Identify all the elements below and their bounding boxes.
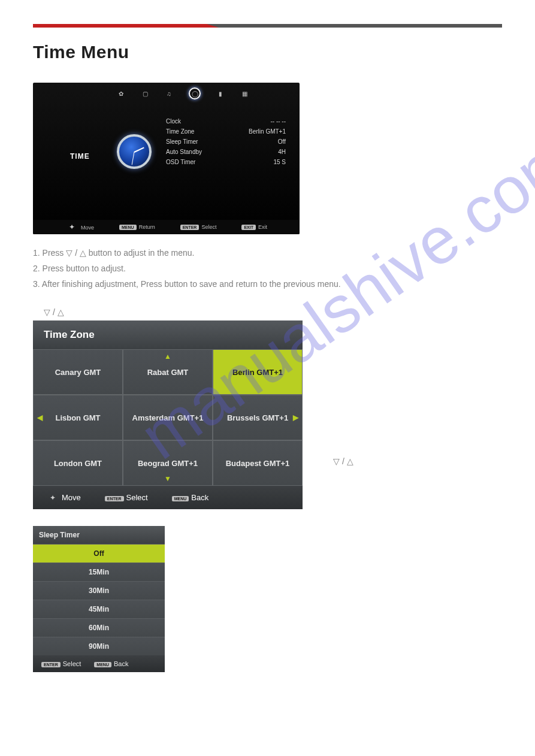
tz-cell-rabat: ▲Rabat GMT [123, 349, 213, 395]
monitor-icon: ▢ [141, 89, 149, 98]
sleep-option-60: 60Min [33, 618, 165, 637]
osd-footer: Move MENUReturn ENTERSelect EXITExit [33, 220, 300, 234]
arrows-note: ▽ / △ [44, 307, 502, 317]
clock-illustration [117, 134, 152, 169]
osd-tab-bar: ✿ ▢ ♫ ◯ ▮ ▦ [117, 87, 249, 99]
tz-cell-amsterdam: Amsterdam GMT+1 [123, 395, 213, 440]
header-rule [33, 24, 502, 28]
instructions-block: 1. Press ▽ / △ button to adjust in the m… [33, 245, 502, 292]
sleep-option-90: 90Min [33, 637, 165, 655]
row-auto-standby: Auto Standby4H [166, 147, 286, 157]
row-timezone: Time ZoneBerlin GMT+1 [166, 126, 286, 137]
sleep-hint-back: MENUBack [94, 660, 128, 667]
sleep-option-off: Off [33, 544, 165, 563]
move-icon [50, 493, 58, 501]
sleep-timer-title: Sleep Timer [33, 526, 165, 544]
triangle-left-icon: ◀ [37, 413, 43, 422]
page-title: Time Menu [33, 42, 502, 62]
side-arrows-note: ▽ / △ [333, 456, 353, 466]
lock-icon: ▮ [216, 89, 225, 98]
instruction-2: 2. Press button to adjust. [33, 261, 502, 276]
move-icon [69, 223, 77, 231]
clock-icon: ◯ [189, 87, 201, 99]
sleep-option-45: 45Min [33, 600, 165, 618]
tz-cell-berlin-selected: Berlin GMT+1 [213, 349, 303, 395]
hint-move: Move [69, 223, 94, 231]
time-side-label: TIME [70, 152, 90, 161]
triangle-right-icon: ▶ [293, 413, 298, 422]
tz-cell-london: London GMT [33, 440, 123, 486]
triangle-down-icon: ▼ [164, 474, 171, 483]
note-icon: ♫ [165, 89, 173, 98]
sleep-option-30: 30Min [33, 581, 165, 600]
sleep-footer: ENTERSelect MENUBack [33, 655, 165, 672]
sleep-option-15: 15Min [33, 563, 165, 581]
row-sleep-timer: Sleep TimerOff [166, 137, 286, 147]
row-osd-timer: OSD Timer15 S [166, 157, 286, 167]
sleep-timer-screenshot: Sleep Timer Off 15Min 30Min 45Min 60Min … [33, 526, 165, 672]
instruction-1: 1. Press ▽ / △ button to adjust in the m… [33, 245, 502, 261]
timezone-footer: Move ENTERSelect MENUBack [33, 486, 303, 509]
tz-cell-canary: Canary GMT [33, 349, 123, 395]
tz-cell-beograd: Beograd GMT+1▼ [123, 440, 213, 486]
sleep-hint-select: ENTERSelect [41, 660, 81, 667]
hint-return: MENUReturn [119, 224, 155, 230]
tz-hint-select: ENTERSelect [105, 493, 148, 502]
gear-icon: ✿ [117, 89, 125, 98]
hint-exit: EXITExit [241, 224, 267, 230]
tz-cell-brussels: Brussels GMT+1▶ [213, 395, 303, 440]
grid-icon: ▦ [240, 89, 249, 98]
tz-hint-move: Move [50, 493, 81, 502]
timezone-screenshot: Time Zone Canary GMT ▲Rabat GMT Berlin G… [33, 320, 303, 509]
timezone-title: Time Zone [33, 320, 303, 349]
tz-cell-lisbon: ◀Lisbon GMT [33, 395, 123, 440]
timezone-grid: Canary GMT ▲Rabat GMT Berlin GMT+1 ◀Lisb… [33, 349, 303, 486]
hint-select: ENTERSelect [180, 224, 217, 230]
triangle-up-icon: ▲ [164, 352, 171, 361]
time-menu-screenshot: ✿ ▢ ♫ ◯ ▮ ▦ TIME Clock-- -- -- Time Zone… [33, 83, 300, 234]
row-clock: Clock-- -- -- [166, 116, 286, 126]
tz-hint-back: MENUBack [172, 493, 209, 502]
tz-cell-budapest: Budapest GMT+1 [213, 440, 303, 486]
instruction-3: 3. After finishing adjustment, Press but… [33, 276, 502, 292]
time-settings-list: Clock-- -- -- Time ZoneBerlin GMT+1 Slee… [166, 116, 286, 167]
